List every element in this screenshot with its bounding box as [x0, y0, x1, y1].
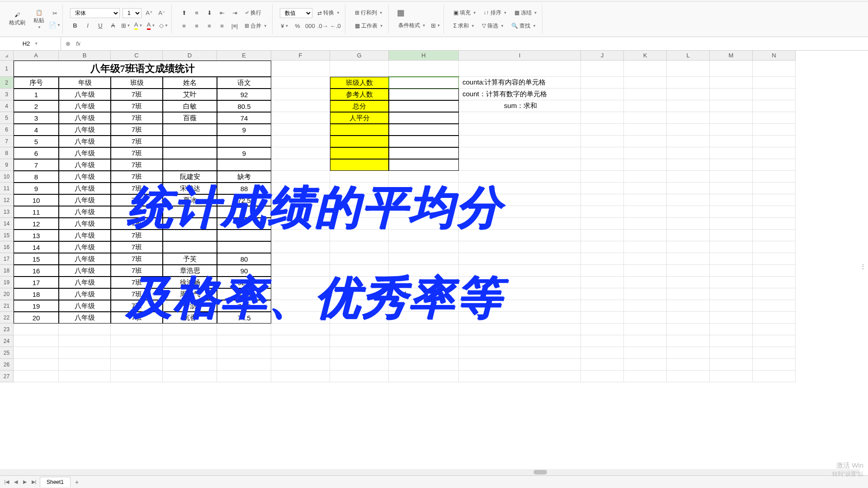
cell[interactable] [111, 347, 163, 359]
cell[interactable] [163, 371, 217, 382]
cell-class[interactable]: 7班 [111, 89, 163, 100]
note-cell[interactable] [459, 300, 581, 312]
cell[interactable] [710, 347, 753, 359]
cell-class[interactable]: 7班 [111, 136, 163, 147]
cell[interactable] [624, 324, 667, 335]
cell[interactable] [667, 100, 710, 112]
cell[interactable] [111, 335, 163, 347]
cell[interactable] [389, 265, 459, 277]
note-cell[interactable] [459, 253, 581, 265]
col-header-K[interactable]: K [624, 51, 667, 61]
cell[interactable] [271, 347, 330, 359]
number-format-select[interactable]: 数值 [280, 8, 312, 18]
cell[interactable] [581, 147, 624, 159]
col-header-M[interactable]: M [710, 51, 753, 61]
cell-grade[interactable]: 八年级 [59, 277, 111, 288]
cell[interactable] [624, 171, 667, 183]
col-header-L[interactable]: L [667, 51, 710, 61]
cell[interactable] [753, 324, 796, 335]
cell[interactable] [753, 277, 796, 288]
align-right-icon[interactable]: ≡ [204, 21, 214, 31]
cell[interactable] [581, 218, 624, 230]
stats-label[interactable] [330, 159, 389, 171]
note-cell[interactable] [459, 112, 581, 124]
cell[interactable] [710, 265, 753, 277]
cell-score[interactable]: 74 [217, 112, 271, 124]
merge-button[interactable]: ⊞ 合并▼ [242, 21, 269, 31]
stats-value[interactable] [389, 77, 459, 89]
cell-score[interactable] [217, 230, 271, 241]
stats-value[interactable] [389, 124, 459, 136]
cell[interactable] [111, 324, 163, 335]
cell[interactable] [667, 359, 710, 371]
tab-next-icon[interactable]: ▶ [21, 478, 29, 486]
col-header-J[interactable]: J [581, 51, 624, 61]
align-bottom-icon[interactable]: ⬇ [204, 8, 214, 18]
stats-label[interactable] [330, 147, 389, 159]
sheet-tab[interactable]: Sheet1 [40, 477, 71, 487]
cell[interactable] [389, 288, 459, 300]
cell-grade[interactable]: 八年级 [59, 100, 111, 112]
cell[interactable] [581, 171, 624, 183]
cell[interactable] [581, 324, 624, 335]
cell[interactable] [710, 253, 753, 265]
cut-icon[interactable]: ✂ [50, 9, 60, 19]
row-header-23[interactable]: 23 [0, 324, 14, 335]
font-name-select[interactable]: 宋体 [70, 8, 120, 18]
note-cell[interactable] [459, 171, 581, 183]
cell-seq[interactable]: 18 [14, 288, 59, 300]
comma-icon[interactable]: 000 [305, 21, 315, 31]
cell[interactable] [624, 265, 667, 277]
stats-label[interactable] [330, 124, 389, 136]
cell[interactable] [389, 194, 459, 206]
stats-label[interactable]: 人平分 [330, 112, 389, 124]
row-header-20[interactable]: 20 [0, 288, 14, 300]
cell-seq[interactable]: 16 [14, 265, 59, 277]
note-cell[interactable] [459, 359, 581, 371]
cell[interactable] [14, 359, 59, 371]
cell-grade[interactable]: 八年级 [59, 89, 111, 100]
cell[interactable] [389, 312, 459, 324]
cell[interactable] [217, 324, 271, 335]
cell[interactable] [710, 194, 753, 206]
note-cell[interactable] [459, 147, 581, 159]
note-cell[interactable] [459, 324, 581, 335]
cell-score[interactable]: 80.5 [217, 100, 271, 112]
cell-style-icon[interactable]: ⊞▼ [431, 21, 441, 31]
cell-seq[interactable]: 2 [14, 100, 59, 112]
stats-label[interactable]: 参考人数 [330, 89, 389, 100]
cell-grade[interactable]: 八年级 [59, 112, 111, 124]
cell[interactable] [753, 371, 796, 382]
cell[interactable] [667, 112, 710, 124]
cell[interactable] [163, 335, 217, 347]
cell[interactable] [753, 206, 796, 218]
increase-font-icon[interactable]: A⁺ [144, 8, 154, 18]
wrap-text-button[interactable]: ⤶ 换行 [242, 8, 264, 18]
cell[interactable] [710, 61, 753, 77]
row-header-12[interactable]: 12 [0, 194, 14, 206]
cell-seq[interactable]: 1 [14, 89, 59, 100]
note-cell[interactable] [459, 288, 581, 300]
cell-score[interactable]: 72.5 [217, 194, 271, 206]
cell[interactable] [710, 300, 753, 312]
cell-grade[interactable]: 八年级 [59, 288, 111, 300]
cell[interactable] [624, 100, 667, 112]
cell-grade[interactable]: 八年级 [59, 230, 111, 241]
cell-score[interactable]: 9 [217, 124, 271, 136]
row-header-11[interactable]: 11 [0, 183, 14, 194]
cell[interactable] [667, 61, 710, 77]
cell[interactable] [710, 312, 753, 324]
cell[interactable] [271, 171, 330, 183]
cell[interactable] [753, 312, 796, 324]
paste-button[interactable]: 📋粘贴▼ [31, 8, 47, 31]
cell-class[interactable]: 7班 [111, 253, 163, 265]
cell[interactable] [667, 288, 710, 300]
row-header-18[interactable]: 18 [0, 265, 14, 277]
cell[interactable] [581, 288, 624, 300]
cell[interactable] [271, 194, 330, 206]
cell-name[interactable] [163, 136, 217, 147]
select-all-corner[interactable]: ◢ [0, 51, 14, 61]
cell[interactable] [330, 194, 389, 206]
note-cell[interactable] [459, 206, 581, 218]
cell[interactable] [624, 147, 667, 159]
